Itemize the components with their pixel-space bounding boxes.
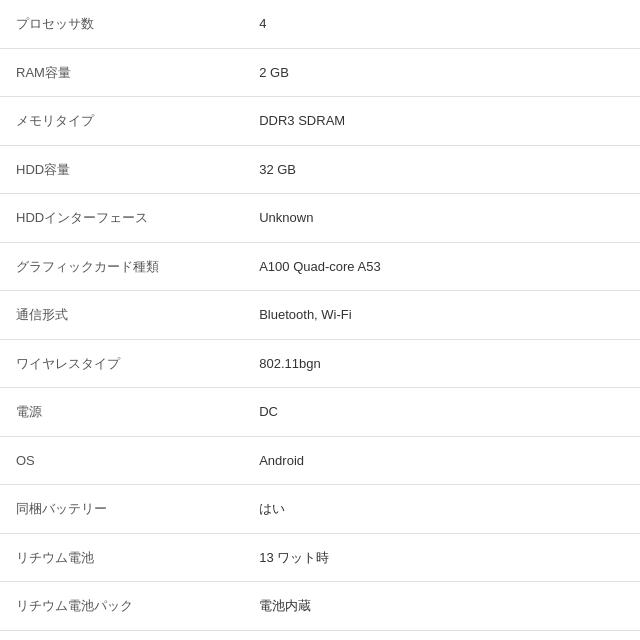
spec-value: 電池内蔵 bbox=[243, 582, 640, 631]
spec-label: メモリタイプ bbox=[0, 97, 243, 146]
table-row: リチウム電池13 ワット時 bbox=[0, 533, 640, 582]
spec-value: 4 bbox=[243, 0, 640, 48]
spec-value: 32 GB bbox=[243, 145, 640, 194]
table-row: 同梱バッテリーはい bbox=[0, 485, 640, 534]
spec-label: 同梱バッテリー bbox=[0, 485, 243, 534]
table-row: リチウム電池パック電池内蔵 bbox=[0, 582, 640, 631]
spec-value: Bluetooth, Wi-Fi bbox=[243, 291, 640, 340]
table-row: RAM容量2 GB bbox=[0, 48, 640, 97]
spec-label: プロセッサ数 bbox=[0, 0, 243, 48]
spec-value: Unknown bbox=[243, 194, 640, 243]
spec-value: DC bbox=[243, 388, 640, 437]
spec-value: はい bbox=[243, 485, 640, 534]
spec-value: 2 GB bbox=[243, 48, 640, 97]
spec-label: グラフィックカード種類 bbox=[0, 242, 243, 291]
spec-value: 13 ワット時 bbox=[243, 533, 640, 582]
spec-label: HDDインターフェース bbox=[0, 194, 243, 243]
spec-label: 電源 bbox=[0, 388, 243, 437]
table-row: 通信形式Bluetooth, Wi-Fi bbox=[0, 291, 640, 340]
spec-value: 802.11bgn bbox=[243, 339, 640, 388]
spec-label: 通信形式 bbox=[0, 291, 243, 340]
spec-label: OS bbox=[0, 436, 243, 485]
spec-label: リチウム電池パック bbox=[0, 582, 243, 631]
spec-label: RAM容量 bbox=[0, 48, 243, 97]
spec-label: リチウム電池 bbox=[0, 533, 243, 582]
table-row: ワイヤレスタイプ802.11bgn bbox=[0, 339, 640, 388]
table-row: HDDインターフェースUnknown bbox=[0, 194, 640, 243]
table-row: リチウム電池重量5 グラム bbox=[0, 630, 640, 640]
spec-value: Android bbox=[243, 436, 640, 485]
table-row: プロセッサ数4 bbox=[0, 0, 640, 48]
spec-label: ワイヤレスタイプ bbox=[0, 339, 243, 388]
table-row: メモリタイプDDR3 SDRAM bbox=[0, 97, 640, 146]
table-row: HDD容量32 GB bbox=[0, 145, 640, 194]
spec-value: DDR3 SDRAM bbox=[243, 97, 640, 146]
spec-label: HDD容量 bbox=[0, 145, 243, 194]
spec-value: 5 グラム bbox=[243, 630, 640, 640]
table-row: OSAndroid bbox=[0, 436, 640, 485]
spec-table: プロセッサ数4RAM容量2 GBメモリタイプDDR3 SDRAMHDD容量32 … bbox=[0, 0, 640, 640]
spec-value: A100 Quad-core A53 bbox=[243, 242, 640, 291]
table-row: 電源DC bbox=[0, 388, 640, 437]
spec-label: リチウム電池重量 bbox=[0, 630, 243, 640]
table-row: グラフィックカード種類A100 Quad-core A53 bbox=[0, 242, 640, 291]
